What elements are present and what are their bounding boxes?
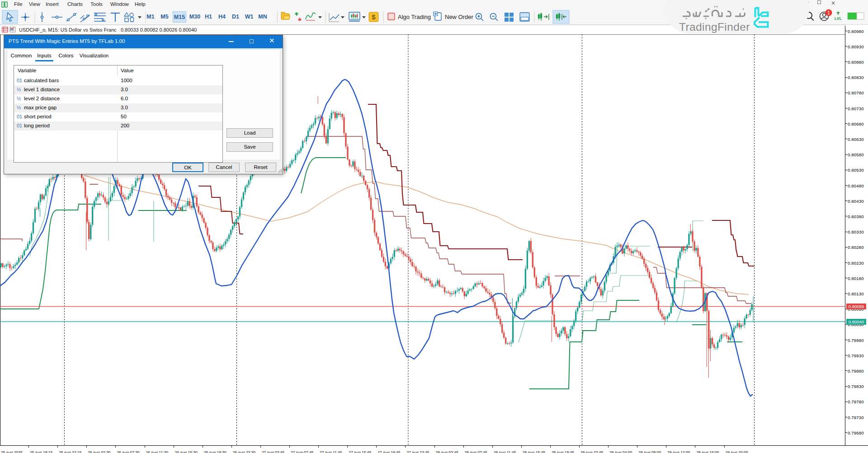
- svg-text:$: $: [372, 13, 376, 21]
- svg-text:LVL: LVL: [835, 16, 842, 21]
- svg-text:1: 1: [827, 10, 830, 15]
- svg-text:New Order: New Order: [445, 14, 474, 20]
- svg-text:Algo Trading: Algo Trading: [398, 14, 431, 20]
- svg-text:TradingFinder: TradingFinder: [679, 21, 750, 33]
